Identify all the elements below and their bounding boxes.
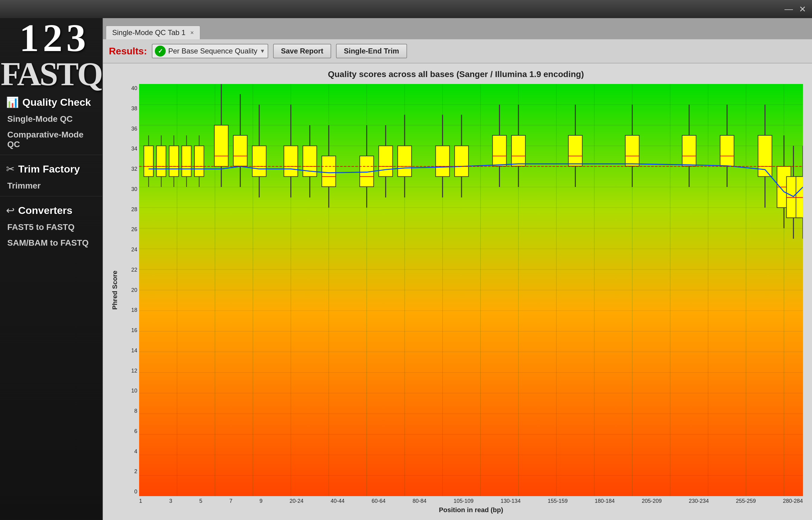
- logo-block: 1 2 3 FASTQ: [0, 18, 102, 90]
- svg-rect-50: [194, 146, 204, 177]
- y-tick-14: 14: [121, 347, 139, 354]
- dropdown-arrow-icon: ▼: [260, 48, 265, 54]
- results-dropdown[interactable]: ✓ Per Base Sequence Quality ▼: [152, 44, 268, 58]
- x-tick-105109: 105-109: [453, 498, 474, 504]
- tab-label: Single-Mode QC Tab 1: [112, 28, 186, 37]
- svg-rect-83: [454, 146, 468, 177]
- minimize-button[interactable]: —: [785, 4, 793, 14]
- svg-rect-95: [625, 135, 639, 166]
- pass-icon: ✓: [155, 46, 166, 56]
- chart-plot-area: [139, 84, 803, 496]
- converters-icon: ↩: [6, 204, 15, 216]
- tab-close-button[interactable]: ×: [190, 29, 194, 36]
- y-tick-22: 22: [121, 267, 139, 273]
- y-tick-4: 4: [121, 448, 139, 455]
- x-tick-4044: 40-44: [330, 498, 344, 504]
- quality-check-section-header: 📊 Quality Check: [0, 90, 102, 111]
- x-tick-280284: 280-284: [783, 498, 803, 504]
- svg-rect-56: [233, 135, 247, 166]
- trim-factory-section-header: ✂ Trim Factory: [0, 157, 102, 178]
- y-tick-36: 36: [121, 126, 139, 132]
- y-tick-8: 8: [121, 408, 139, 414]
- x-tick-9: 9: [260, 498, 263, 504]
- svg-rect-53: [215, 125, 228, 166]
- save-report-button[interactable]: Save Report: [273, 44, 331, 58]
- x-tick-230234: 230-234: [689, 498, 709, 504]
- svg-rect-59: [252, 146, 266, 177]
- title-bar: — ✕: [0, 0, 812, 18]
- logo-brand: FASTQ: [0, 57, 102, 90]
- toolbar: Results: ✓ Per Base Sequence Quality ▼ S…: [103, 39, 812, 63]
- sidebar-divider-1: [0, 155, 102, 155]
- x-tick-130134: 130-134: [500, 498, 520, 504]
- sidebar: 1 2 3 FASTQ 📊 Quality Check Single-Mode …: [0, 18, 103, 520]
- y-tick-28: 28: [121, 206, 139, 213]
- x-tick-5: 5: [199, 498, 202, 504]
- svg-rect-86: [493, 135, 507, 166]
- sidebar-item-comparative-mode-qc[interactable]: Comparative-Mode QC: [0, 127, 102, 152]
- svg-rect-62: [284, 146, 298, 177]
- y-tick-40: 40: [121, 85, 139, 92]
- content-area: Single-Mode QC Tab 1 × Results: ✓ Per Ba…: [103, 18, 812, 520]
- x-tick-155159: 155-159: [548, 498, 568, 504]
- tab-bar: Single-Mode QC Tab 1 ×: [103, 18, 812, 39]
- y-tick-20: 20: [121, 287, 139, 293]
- svg-rect-38: [144, 146, 153, 177]
- sidebar-item-single-mode-qc[interactable]: Single-Mode QC: [0, 111, 102, 127]
- y-tick-18: 18: [121, 307, 139, 313]
- x-tick-205209: 205-209: [642, 498, 662, 504]
- x-axis-label: Position in read (bp): [139, 506, 803, 514]
- quality-check-icon: 📊: [6, 96, 19, 108]
- converters-heading: Converters: [18, 205, 73, 216]
- sidebar-divider-2: [0, 196, 102, 197]
- x-tick-6064: 60-64: [372, 498, 386, 504]
- logo-numbers: 1 2 3: [0, 18, 102, 57]
- y-tick-0: 0: [121, 489, 139, 495]
- svg-rect-104: [758, 135, 772, 177]
- x-axis-container: 1 3 5 7 9 20-24 40-44 60-64 80-84 105-10…: [139, 496, 803, 514]
- chart-container: Quality scores across all bases (Sanger …: [103, 63, 812, 520]
- svg-rect-98: [682, 135, 696, 166]
- converters-section-header: ↩ Converters: [0, 199, 102, 219]
- svg-rect-68: [322, 156, 336, 187]
- sidebar-item-sam-bam-to-fastq[interactable]: SAM/BAM to FASTQ: [0, 235, 102, 251]
- trim-factory-icon: ✂: [6, 163, 15, 175]
- svg-rect-89: [511, 135, 525, 166]
- y-axis-label: Phred Score: [109, 84, 121, 496]
- sidebar-item-trimmer[interactable]: Trimmer: [0, 178, 102, 194]
- x-tick-8084: 80-84: [413, 498, 426, 504]
- x-tick-1: 1: [139, 498, 142, 504]
- y-tick-2: 2: [121, 468, 139, 475]
- close-button[interactable]: ✕: [799, 4, 806, 14]
- y-tick-34: 34: [121, 146, 139, 152]
- y-tick-38: 38: [121, 105, 139, 112]
- svg-rect-77: [398, 146, 412, 177]
- y-tick-32: 32: [121, 166, 139, 172]
- x-ticks-row: 1 3 5 7 9 20-24 40-44 60-64 80-84 105-10…: [139, 496, 803, 506]
- tab-single-mode-qc-1[interactable]: Single-Mode QC Tab 1 ×: [106, 26, 200, 39]
- quality-check-heading: Quality Check: [22, 96, 91, 108]
- y-tick-6: 6: [121, 428, 139, 435]
- y-axis-ticks: 40 38 36 34 32 30 28 26 24 22 20 18 16 1…: [121, 84, 139, 496]
- dropdown-value: Per Base Sequence Quality: [168, 47, 257, 55]
- results-label: Results:: [109, 46, 147, 57]
- svg-rect-47: [182, 146, 191, 177]
- svg-rect-80: [436, 146, 449, 177]
- x-tick-3: 3: [169, 498, 172, 504]
- y-tick-10: 10: [121, 388, 139, 394]
- y-tick-12: 12: [121, 368, 139, 374]
- svg-rect-92: [568, 135, 582, 166]
- svg-rect-101: [720, 135, 734, 166]
- y-tick-26: 26: [121, 226, 139, 233]
- sidebar-item-fast5-to-fastq[interactable]: FAST5 to FASTQ: [0, 219, 102, 235]
- x-tick-2024: 20-24: [290, 498, 304, 504]
- main-layout: 1 2 3 FASTQ 📊 Quality Check Single-Mode …: [0, 18, 812, 520]
- single-end-trim-button[interactable]: Single-End Trim: [336, 44, 407, 58]
- svg-rect-41: [156, 146, 166, 177]
- chart-title: Quality scores across all bases (Sanger …: [109, 70, 803, 79]
- y-tick-24: 24: [121, 246, 139, 253]
- chart-svg: [139, 84, 803, 496]
- x-tick-180184: 180-184: [595, 498, 615, 504]
- y-tick-16: 16: [121, 327, 139, 334]
- x-tick-255259: 255-259: [736, 498, 756, 504]
